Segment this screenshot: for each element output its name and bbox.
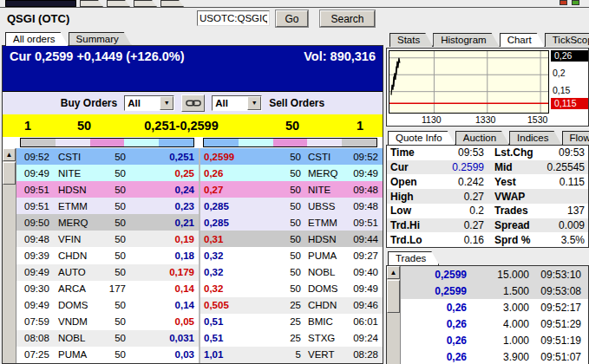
bid-row[interactable]: 09:50 MERQ 50 0,21 — [16, 214, 199, 231]
tab-all-orders[interactable]: All orders — [5, 32, 69, 46]
bid-market-maker: NITE — [49, 168, 95, 179]
bid-row[interactable]: 09:51 ETMM 50 0,23 — [16, 198, 199, 214]
tab-tickscope[interactable]: TickScope — [545, 33, 589, 47]
link-buy-sell-button[interactable] — [181, 94, 205, 112]
ask-size: 25 — [249, 316, 308, 327]
book-scrollbar[interactable]: ▲ — [3, 148, 16, 363]
chevron-down-icon[interactable]: ▼ — [160, 96, 173, 110]
bid-time: 09:51 — [16, 201, 49, 211]
search-button[interactable]: Search — [320, 10, 375, 27]
ask-row[interactable]: 0,2599 50 CSTI 09:52 — [200, 148, 383, 165]
quote-info-value: 0.2599 — [430, 161, 484, 173]
ask-row[interactable]: 0,51 25 STXG 09:24 — [200, 330, 383, 347]
tab-histogram[interactable]: Histogram — [433, 33, 499, 47]
bid-row[interactable]: 09:51 HDSN 50 0,24 — [16, 181, 199, 198]
depth-color-bars — [3, 137, 383, 148]
scrollbar-thumb[interactable] — [3, 162, 16, 185]
bid-row[interactable]: 09:30 ARCA 177 0,14 — [16, 281, 199, 297]
ask-row[interactable]: 0,285 50 ETMM 09:51 — [200, 214, 383, 231]
ask-row[interactable]: 1,01 5 VERT 08:28 — [200, 347, 383, 363]
quote-info-value: 137 — [541, 205, 585, 217]
quote-info-label: Cur — [390, 161, 430, 173]
buy-filter-select[interactable]: All ▼ — [124, 95, 174, 111]
scroll-up-icon[interactable]: ▲ — [3, 148, 16, 161]
ask-time: 08:28 — [346, 349, 383, 360]
ask-row[interactable]: 0,31 50 HDSN 09:44 — [200, 231, 383, 247]
ask-market-maker: MERQ — [308, 168, 346, 179]
trade-time: 09:51:07 — [529, 351, 588, 363]
scroll-up-icon[interactable]: ▲ — [387, 266, 400, 279]
ask-market-maker: STXG — [308, 333, 346, 343]
bid-market-maker: ARCA — [49, 283, 95, 294]
ask-market-maker: CHDN — [308, 300, 346, 310]
bid-row[interactable]: 09:48 VFIN 50 0,19 — [16, 231, 199, 247]
chevron-down-icon[interactable]: ▼ — [247, 96, 261, 110]
depth-segment — [239, 139, 273, 146]
bid-size: 50 — [95, 185, 148, 195]
ask-row[interactable]: 0,26 50 MERQ 09:49 — [200, 165, 383, 181]
y-axis-tick: 0,15 — [553, 85, 570, 95]
ask-row[interactable]: 0,32 50 PUMA 09:27 — [200, 247, 383, 263]
bid-row[interactable]: 08:08 NOBL 50 0,031 — [16, 330, 199, 347]
quote-info-row: High 0.27 VWAP — [387, 189, 588, 204]
bid-row[interactable]: 07:59 VNDM 50 0,05 — [16, 314, 199, 330]
ask-row[interactable]: 0,32 50 DOMS 09:49 — [200, 281, 383, 297]
quote-info-value: 0.25545 — [541, 161, 585, 173]
ask-row[interactable]: 0,51 25 BMIC 06:01 — [200, 314, 383, 330]
quote-info-label: Mid — [484, 161, 541, 173]
x-axis-tick: 1130 — [422, 114, 442, 125]
window-tab[interactable] — [80, 0, 103, 7]
bid-size: 50 — [95, 168, 148, 179]
trade-row: 0,26 3.000 09:52:17 — [401, 299, 588, 315]
trades-scrollbar[interactable]: ▲ — [387, 266, 401, 364]
ask-price: 0,285 — [200, 218, 249, 228]
bid-time: 09:52 — [16, 152, 49, 162]
bid-row[interactable]: 07:25 PUMA 50 0,03 — [16, 347, 199, 363]
bid-row[interactable]: 09:49 DOMS 50 0,14 — [16, 297, 199, 314]
window-tab[interactable] — [160, 0, 184, 7]
trade-time: 09:53:10 — [529, 269, 588, 281]
bid-row[interactable]: 09:39 CHDN 50 0,18 — [16, 247, 199, 263]
trades-list: 0,2599 15.000 09:53:10 0,2599 1.500 09:5… — [401, 266, 588, 364]
ask-row[interactable]: 0,285 50 UBSS 09:48 — [200, 198, 383, 214]
tab-trades[interactable]: Trades — [388, 251, 439, 265]
tab-auction[interactable]: Auction — [455, 131, 509, 145]
tab-quote-info[interactable]: Quote Info — [388, 131, 455, 145]
trading-app: { "window": { "corner_icons": [ {"name":… — [0, 0, 589, 364]
trade-time: 09:52:17 — [529, 302, 588, 314]
bid-time: 09:48 — [16, 234, 49, 244]
bid-row[interactable]: 09:49 AUTO 50 0,179 — [16, 264, 199, 281]
quote-info-label: Low — [390, 205, 430, 217]
symbol-search-input[interactable] — [197, 10, 270, 26]
bid-size: 50 — [95, 250, 148, 261]
quote-info-label: High — [390, 191, 430, 203]
window-tab[interactable] — [134, 0, 157, 7]
go-button[interactable]: Go — [276, 10, 308, 27]
sell-filter-select[interactable]: All ▼ — [212, 95, 262, 111]
window-tab[interactable] — [107, 0, 130, 7]
bid-row[interactable]: 09:52 CSTI 50 0,251 — [16, 148, 199, 165]
window-tab-active[interactable] — [5, 0, 76, 7]
tab-flow[interactable]: Flow — [562, 131, 589, 145]
scrollbar-thumb[interactable] — [387, 280, 400, 313]
tab-chart[interactable]: Chart — [500, 33, 545, 47]
tab-stats[interactable]: Stats — [389, 33, 433, 47]
tab-indices[interactable]: Indices — [509, 131, 561, 145]
bid-size: 50 — [53, 119, 115, 133]
ask-row[interactable]: 0,505 25 CHDN 09:46 — [200, 297, 383, 314]
ask-row[interactable]: 0,27 50 NITE 09:48 — [200, 181, 383, 198]
tab-summary[interactable]: Summary — [69, 32, 132, 46]
quote-info-label: Trades — [484, 205, 541, 217]
trade-price: 0,26 — [401, 302, 467, 314]
ask-price: 0,32 — [200, 267, 249, 277]
quote-info-value: 0.27 — [430, 219, 484, 231]
ask-row[interactable]: 0,32 50 NOBL 09:40 — [200, 264, 383, 281]
ask-size: 50 — [249, 201, 308, 211]
bid-price: 0,18 — [148, 250, 199, 261]
quote-info-value: 0.27 — [430, 191, 484, 203]
bid-row[interactable]: 09:49 NITE 50 0,25 — [16, 165, 199, 181]
quote-info-label: Trd.Lo — [390, 234, 430, 246]
ask-time: 09:46 — [346, 300, 383, 310]
bid-size: 50 — [95, 349, 148, 360]
trade-row: 0,2599 15.000 09:53:10 — [401, 266, 588, 283]
